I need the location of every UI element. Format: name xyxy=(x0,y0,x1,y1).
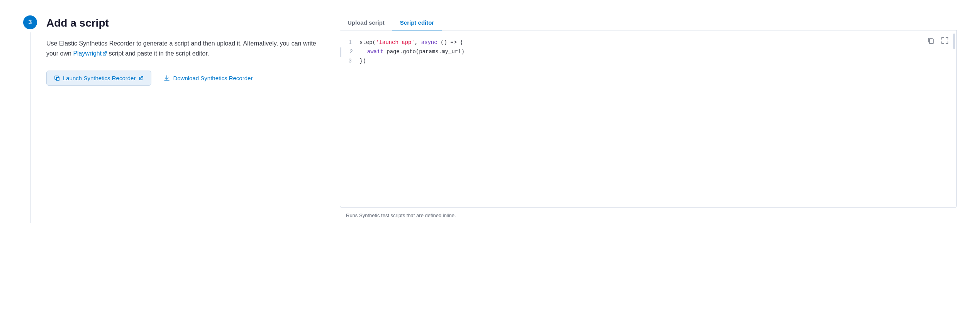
line-content-1: step('launch app', async () => { xyxy=(359,38,463,47)
description-after: script and paste it in the script editor… xyxy=(107,50,209,57)
download-button-label: Download Synthetics Recorder xyxy=(173,75,253,81)
left-section: 3 Add a script Use Elastic Synthetics Re… xyxy=(23,15,317,223)
tabs-row: Upload script Script editor xyxy=(340,15,957,30)
step-line: 3 xyxy=(23,15,37,223)
line-content-2: await page.goto(params.my_url) xyxy=(361,47,465,57)
editor-wrapper: 1 step('launch app', async () => { 2 awa… xyxy=(340,30,957,208)
code-block: 1 step('launch app', async () => { 2 awa… xyxy=(340,30,956,73)
tab-script-editor[interactable]: Script editor xyxy=(392,15,442,30)
editor-footer: Runs Synthetic test scripts that are def… xyxy=(340,208,957,223)
line-number-2: 2 xyxy=(341,47,361,57)
line-number-3: 3 xyxy=(340,57,359,66)
step-content: Add a script Use Elastic Synthetics Reco… xyxy=(46,15,317,223)
external-link-icon xyxy=(102,51,107,56)
step-vertical-line xyxy=(30,32,31,223)
launch-synthetics-recorder-button[interactable]: Launch Synthetics Recorder xyxy=(46,71,151,86)
playwright-link[interactable]: Playwright xyxy=(73,50,107,57)
scrollbar-thumb xyxy=(953,34,955,49)
launch-external-icon xyxy=(139,76,143,81)
code-line-1: 1 step('launch app', async () => { xyxy=(340,38,956,47)
tab-upload-script[interactable]: Upload script xyxy=(340,15,392,30)
page-container: 3 Add a script Use Elastic Synthetics Re… xyxy=(0,0,980,238)
button-row: Launch Synthetics Recorder Download Synt… xyxy=(46,71,317,86)
editor-footer-text: Runs Synthetic test scripts that are def… xyxy=(346,212,456,218)
step-number: 3 xyxy=(23,15,37,29)
copy-icon xyxy=(927,37,934,44)
download-synthetics-recorder-button[interactable]: Download Synthetics Recorder xyxy=(164,75,253,81)
scrollbar-area[interactable] xyxy=(952,30,956,192)
launch-button-label: Launch Synthetics Recorder xyxy=(63,75,136,81)
download-icon xyxy=(164,75,170,81)
code-line-3: 3 }) xyxy=(340,57,956,66)
copy-button[interactable] xyxy=(926,35,936,46)
editor-toolbar xyxy=(926,35,950,46)
line-number-1: 1 xyxy=(340,38,359,47)
step-title: Add a script xyxy=(46,17,317,29)
right-section: Upload script Script editor xyxy=(340,15,957,223)
svg-rect-1 xyxy=(929,39,933,44)
fullscreen-button[interactable] xyxy=(939,35,950,46)
launch-icon xyxy=(54,76,60,81)
code-line-2: 2 await page.goto(params.my_url) xyxy=(340,47,956,57)
fullscreen-icon xyxy=(941,37,948,44)
line-content-3: }) xyxy=(359,57,366,66)
step-description: Use Elastic Synthetics Recorder to gener… xyxy=(46,39,317,58)
